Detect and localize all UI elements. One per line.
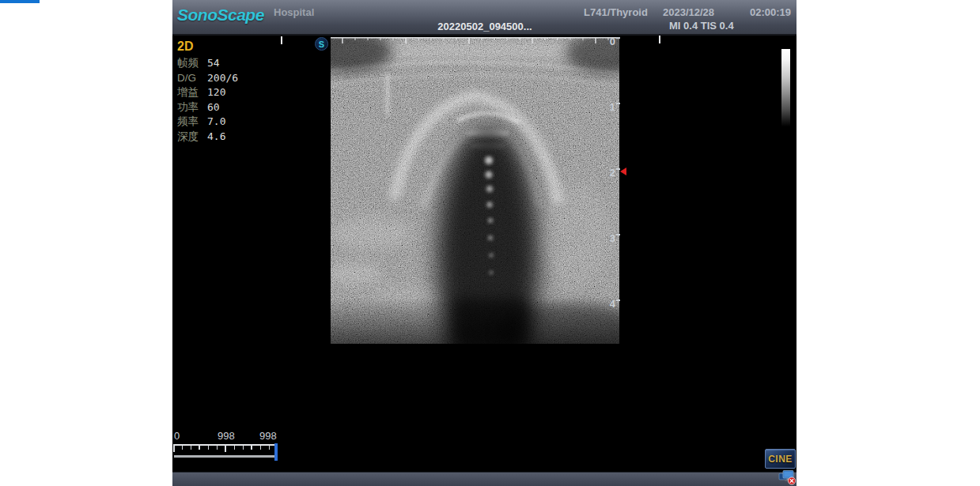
network-disconnected-icon[interactable] bbox=[778, 469, 796, 485]
focus-position-marker bbox=[620, 168, 626, 175]
param-value: 60 bbox=[207, 101, 220, 113]
param-value: 120 bbox=[207, 86, 225, 98]
param-value: 54 bbox=[207, 57, 220, 69]
probe-orientation-marker-icon: S bbox=[315, 37, 328, 51]
cine-ruler-major-tick bbox=[225, 444, 226, 452]
reference-tick-right bbox=[659, 36, 660, 43]
depth-ruler-label: 0 bbox=[603, 36, 620, 47]
top-status-bar: SonoScape Hospital 20220502_094500... L7… bbox=[172, 0, 796, 36]
ultrasound-application: SonoScape Hospital 20220502_094500... L7… bbox=[172, 0, 796, 486]
depth-ruler-number: 1 bbox=[610, 101, 615, 113]
system-date: 2023/12/28 bbox=[663, 6, 714, 18]
param-row: 增益120 bbox=[177, 85, 238, 100]
depth-ruler-number: 2 bbox=[610, 167, 615, 179]
param-label: 帧频 bbox=[177, 56, 207, 71]
reference-tick-left bbox=[281, 36, 282, 44]
depth-ruler-label: 4 bbox=[603, 298, 620, 310]
param-value: 4.6 bbox=[207, 130, 225, 142]
sonoscape-logo: SonoScape bbox=[177, 6, 264, 24]
acoustic-indices: MI 0.4 TIS 0.4 bbox=[669, 20, 734, 32]
cine-button[interactable]: CINE bbox=[765, 449, 796, 469]
param-row: D/G200/6 bbox=[177, 71, 238, 86]
depth-ruler-label: 1 bbox=[603, 101, 620, 113]
param-value: 200/6 bbox=[207, 72, 238, 84]
cine-ruler-medium-tick bbox=[251, 444, 252, 450]
probe-preset: L741/Thyroid bbox=[584, 6, 648, 18]
depth-ruler-number: 3 bbox=[610, 232, 615, 244]
parameter-list: 帧频54 D/G200/6 增益120 功率60 频率7.0 深度4.6 bbox=[177, 56, 238, 144]
hospital-name: Hospital bbox=[274, 6, 314, 18]
depth-ruler-number: 0 bbox=[610, 36, 615, 47]
depth-tick bbox=[616, 103, 620, 104]
orientation-letter: S bbox=[319, 40, 324, 49]
param-label: 深度 bbox=[177, 130, 207, 145]
ultrasound-image-area[interactable] bbox=[331, 37, 619, 344]
param-label: D/G bbox=[177, 71, 207, 86]
cine-end-label: 998 bbox=[259, 430, 277, 442]
param-label: 功率 bbox=[177, 100, 207, 115]
depth-tick bbox=[616, 234, 620, 235]
depth-ruler-label: 2 bbox=[603, 167, 620, 179]
depth-ruler-number: 4 bbox=[610, 298, 615, 310]
param-label: 频率 bbox=[177, 115, 207, 130]
param-value: 7.0 bbox=[207, 115, 225, 127]
param-row: 帧频54 bbox=[177, 56, 238, 71]
param-row: 功率60 bbox=[177, 100, 238, 115]
cine-mid-label: 998 bbox=[218, 430, 235, 442]
cine-ruler-medium-tick bbox=[199, 444, 200, 450]
depth-tick bbox=[616, 37, 620, 39]
bottom-status-bar bbox=[172, 472, 796, 486]
cine-progress-bar[interactable] bbox=[174, 455, 275, 458]
browser-loading-bar bbox=[0, 0, 40, 3]
param-row: 深度4.6 bbox=[177, 130, 238, 145]
system-time: 02:00:19 bbox=[750, 6, 791, 18]
exam-id: 20220502_094500... bbox=[402, 21, 568, 32]
depth-ruler-label: 3 bbox=[603, 232, 620, 244]
param-row: 频率7.0 bbox=[177, 115, 238, 130]
mode-label: 2D bbox=[177, 40, 193, 54]
grayscale-reference-bar bbox=[781, 49, 790, 126]
cine-position-marker[interactable] bbox=[274, 443, 278, 461]
ultrasound-speckle-image bbox=[331, 37, 619, 344]
cine-ruler-major-tick bbox=[173, 444, 175, 452]
depth-tick bbox=[616, 300, 620, 301]
screen: SonoScape Hospital 20220502_094500... L7… bbox=[0, 0, 980, 486]
cine-start-frame: 0 bbox=[174, 430, 180, 442]
param-label: 增益 bbox=[177, 85, 207, 100]
